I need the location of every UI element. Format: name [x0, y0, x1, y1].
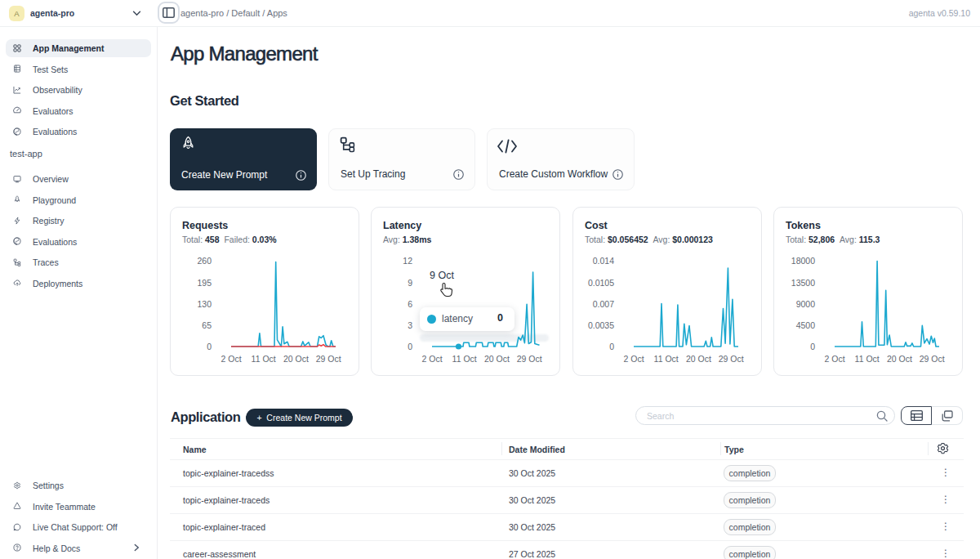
- svg-text:11 Oct: 11 Oct: [252, 354, 276, 364]
- svg-text:6: 6: [408, 299, 412, 309]
- svg-text:29 Oct: 29 Oct: [719, 354, 744, 364]
- svg-text:13500: 13500: [791, 278, 815, 288]
- svg-text:18000: 18000: [791, 256, 815, 266]
- svg-text:0.007: 0.007: [593, 299, 614, 309]
- svg-text:260: 260: [197, 256, 212, 266]
- svg-text:65: 65: [202, 320, 212, 330]
- svg-text:9000: 9000: [796, 299, 816, 309]
- svg-text:20 Oct: 20 Oct: [686, 354, 711, 364]
- svg-text:20 Oct: 20 Oct: [484, 354, 510, 364]
- svg-text:0: 0: [408, 342, 412, 351]
- svg-text:2 Oct: 2 Oct: [623, 354, 644, 364]
- svg-text:20 Oct: 20 Oct: [887, 354, 912, 364]
- svg-text:9: 9: [408, 278, 412, 288]
- svg-text:0: 0: [609, 342, 614, 351]
- svg-text:11 Oct: 11 Oct: [452, 354, 477, 364]
- svg-text:0.014: 0.014: [593, 256, 614, 266]
- svg-text:2 Oct: 2 Oct: [421, 354, 442, 364]
- svg-text:2 Oct: 2 Oct: [824, 354, 844, 364]
- svg-text:0.0105: 0.0105: [588, 278, 614, 288]
- svg-text:0: 0: [207, 342, 212, 351]
- svg-text:0: 0: [810, 342, 815, 351]
- svg-text:29 Oct: 29 Oct: [920, 354, 945, 364]
- svg-text:3: 3: [408, 320, 412, 330]
- svg-text:2 Oct: 2 Oct: [220, 354, 241, 364]
- svg-text:195: 195: [197, 278, 212, 288]
- svg-text:11 Oct: 11 Oct: [654, 354, 679, 364]
- svg-text:11 Oct: 11 Oct: [855, 354, 880, 364]
- svg-text:0.0035: 0.0035: [588, 320, 614, 330]
- svg-text:29 Oct: 29 Oct: [517, 354, 542, 364]
- svg-text:20 Oct: 20 Oct: [283, 354, 309, 364]
- svg-text:29 Oct: 29 Oct: [316, 354, 341, 364]
- svg-text:130: 130: [197, 299, 212, 309]
- svg-text:12: 12: [403, 256, 412, 266]
- svg-text:4500: 4500: [796, 320, 816, 330]
